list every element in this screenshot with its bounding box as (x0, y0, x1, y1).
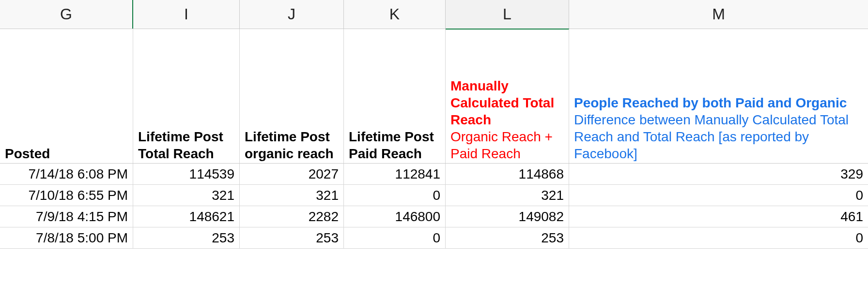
cell-manual-total[interactable]: 321 (446, 185, 569, 206)
field-subtitle: Organic Reach + Paid Reach (450, 128, 564, 162)
cell-organic-reach[interactable]: 321 (240, 185, 344, 206)
field-title: Lifetime Post Total Reach (138, 128, 234, 162)
column-header-L[interactable]: L (446, 0, 569, 29)
cell-manual-total[interactable]: 114868 (446, 164, 569, 184)
cell-organic-reach[interactable]: 253 (240, 227, 344, 248)
spreadsheet: G I J K L M Posted Lifetime Post Total R… (0, 0, 868, 249)
cell-posted[interactable]: 7/14/18 6:08 PM (0, 164, 133, 184)
cell-organic-reach[interactable]: 2027 (240, 164, 344, 184)
column-header-K[interactable]: K (344, 0, 446, 29)
cell-overlap[interactable]: 329 (569, 164, 868, 184)
field-name-row: Posted Lifetime Post Total Reach Lifetim… (0, 29, 868, 164)
field-header-total-reach[interactable]: Lifetime Post Total Reach (133, 29, 240, 163)
column-header-M[interactable]: M (569, 0, 868, 29)
field-title: Lifetime Post organic reach (245, 128, 339, 162)
field-title: Posted (5, 145, 50, 162)
cell-posted[interactable]: 7/10/18 6:55 PM (0, 185, 133, 206)
field-header-organic-reach[interactable]: Lifetime Post organic reach (240, 29, 344, 163)
field-title: People Reached by both Paid and Organic (574, 94, 863, 111)
cell-paid-reach[interactable]: 0 (344, 227, 446, 248)
table-row: 7/10/18 6:55 PM 321 321 0 321 0 (0, 185, 868, 206)
column-header-I[interactable]: I (133, 0, 240, 29)
cell-posted[interactable]: 7/8/18 5:00 PM (0, 227, 133, 248)
cell-organic-reach[interactable]: 2282 (240, 206, 344, 227)
column-header-G[interactable]: G (0, 0, 133, 29)
cell-overlap[interactable]: 461 (569, 206, 868, 227)
cell-total-reach[interactable]: 148621 (133, 206, 240, 227)
cell-total-reach[interactable]: 253 (133, 227, 240, 248)
field-title: Lifetime Post Paid Reach (349, 128, 440, 162)
field-header-manual-total[interactable]: Manually Calculated Total Reach Organic … (446, 29, 569, 163)
cell-total-reach[interactable]: 321 (133, 185, 240, 206)
field-subtitle: Difference between Manually Calculated T… (574, 111, 863, 162)
table-row: 7/14/18 6:08 PM 114539 2027 112841 11486… (0, 164, 868, 185)
cell-paid-reach[interactable]: 146800 (344, 206, 446, 227)
table-row: 7/9/18 4:15 PM 148621 2282 146800 149082… (0, 206, 868, 227)
field-header-paid-reach[interactable]: Lifetime Post Paid Reach (344, 29, 446, 163)
cell-manual-total[interactable]: 149082 (446, 206, 569, 227)
column-header-J[interactable]: J (240, 0, 344, 29)
cell-manual-total[interactable]: 253 (446, 227, 569, 248)
cell-total-reach[interactable]: 114539 (133, 164, 240, 184)
cell-paid-reach[interactable]: 0 (344, 185, 446, 206)
field-header-overlap[interactable]: People Reached by both Paid and Organic … (569, 29, 868, 163)
table-row: 7/8/18 5:00 PM 253 253 0 253 0 (0, 227, 868, 249)
cell-overlap[interactable]: 0 (569, 185, 868, 206)
column-letter-row: G I J K L M (0, 0, 868, 29)
field-title: Manually Calculated Total Reach (450, 77, 564, 128)
cell-paid-reach[interactable]: 112841 (344, 164, 446, 184)
cell-posted[interactable]: 7/9/18 4:15 PM (0, 206, 133, 227)
cell-overlap[interactable]: 0 (569, 227, 868, 248)
field-header-posted[interactable]: Posted (0, 29, 133, 163)
